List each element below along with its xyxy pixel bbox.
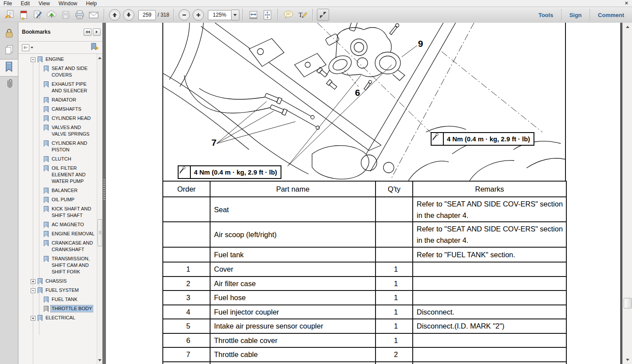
attachments-tab[interactable] [0, 77, 18, 93]
bookmark-item-engine-removal[interactable]: ENGINE REMOVAL [21, 229, 96, 238]
bookmark-item-kick-shaft[interactable]: KICK SHAFT AND SHIFT SHAFT [21, 204, 96, 220]
bookmarks-scrollbar-thumb[interactable] [98, 219, 102, 246]
document-scrollbar-thumb[interactable] [624, 298, 632, 308]
close-icon[interactable]: ✕ [625, 0, 628, 7]
bookmark-item-oil-filter[interactable]: OIL FILTER ELEMENT AND WATER PUMP [21, 164, 96, 186]
save-floppy-icon [60, 10, 71, 20]
fit-page-button[interactable] [261, 8, 274, 21]
bookmark-item-seat-and-side-covers[interactable]: SEAT AND SIDE COVERS [21, 64, 96, 80]
bookmark-flag-icon [44, 240, 49, 246]
fullscreen-button[interactable] [317, 9, 329, 21]
bookmark-flag-icon [44, 66, 49, 72]
bookmark-flag-icon [44, 231, 49, 237]
tools-button[interactable]: Tools [530, 12, 561, 18]
bookmark-flag-icon [38, 315, 42, 321]
expand-plus-icon[interactable] [31, 279, 35, 284]
bookmark-item-ac-magneto[interactable]: AC MAGNETO [21, 220, 96, 229]
panel-splitter-handle[interactable] [102, 23, 106, 364]
menu-view[interactable]: View [34, 0, 54, 7]
fit-width-icon [248, 10, 259, 20]
sign-document-button[interactable] [31, 8, 44, 21]
col-header-order: Order [163, 181, 210, 197]
page-number-input[interactable] [138, 10, 156, 20]
previous-page-button[interactable] [108, 8, 121, 21]
bookmark-item-camshafts[interactable]: CAMSHAFTS [21, 105, 96, 114]
bookmark-flag-icon [38, 287, 42, 294]
menu-file[interactable]: File [0, 0, 16, 7]
toolbar-separator [104, 9, 105, 21]
document-scrollbar[interactable] [622, 23, 632, 364]
comment-button[interactable]: Comment [590, 12, 626, 18]
text-highlight-icon: T [297, 10, 308, 20]
fit-width-button[interactable] [247, 8, 260, 21]
fit-page-icon [262, 10, 273, 20]
wrench-icon [179, 166, 191, 178]
bookmark-item-valves[interactable]: VALVES AND VALVE SPRINGS [21, 123, 96, 139]
bookmark-icon [5, 62, 14, 74]
bookmark-item-radiator[interactable]: RADIATOR [21, 95, 96, 105]
bookmarks-scrollbar[interactable] [97, 54, 102, 364]
collapse-minus-icon[interactable] [31, 57, 35, 62]
scroll-down-icon[interactable] [97, 357, 102, 363]
bookmark-item-cylinder-piston[interactable]: CYLINDER AND PISTON [21, 139, 96, 154]
zoom-out-button[interactable] [178, 8, 191, 21]
bookmark-item-fuel-system[interactable]: FUEL SYSTEM [21, 286, 96, 295]
scroll-up-icon[interactable] [623, 23, 632, 31]
save-button[interactable] [59, 8, 72, 21]
bookmark-item-chassis[interactable]: CHASSIS [21, 276, 96, 286]
next-page-button[interactable] [122, 8, 135, 21]
scroll-down-icon[interactable] [623, 356, 632, 364]
paperclip-icon [4, 78, 14, 91]
menu-edit[interactable]: Edit [16, 0, 34, 7]
bookmark-item-throttle-body[interactable]: THROTTLE BODY [21, 304, 96, 313]
bookmark-item-electrical[interactable]: ELECTRICAL [21, 313, 96, 322]
menu-help[interactable]: Help [82, 0, 102, 7]
collapse-panel-button[interactable] [84, 28, 91, 36]
expand-panel-button[interactable] [93, 28, 101, 36]
highlight-text-button[interactable]: T [296, 8, 309, 21]
zoom-in-button[interactable] [192, 8, 205, 21]
bookmark-item-exhaust-pipe[interactable]: EXHAUST PIPE AND SILENCER [21, 80, 96, 95]
double-left-arrow-icon [88, 31, 90, 33]
page-thumbnails-tab[interactable] [0, 42, 18, 59]
col-header-remarks: Remarks [413, 181, 566, 197]
toolbar: / 318 125% T Tools Sign Comment [0, 7, 632, 23]
collapse-minus-icon[interactable] [31, 288, 35, 293]
open-file-button[interactable] [3, 8, 16, 21]
print-button[interactable] [73, 8, 86, 21]
bookmarks-tree: ENGINE SEAT AND SIDE COVERS EXHAUST PIPE… [18, 54, 102, 364]
zoom-dropdown-button[interactable] [232, 10, 239, 21]
bookmark-item-transmission[interactable]: TRANSMISSION, SHIFT CAM AND SHIFT FORK [21, 254, 96, 276]
scroll-up-icon[interactable] [97, 55, 102, 61]
cloud-upload-button[interactable] [45, 8, 58, 21]
diagonal-arrows-icon [319, 11, 327, 19]
main-area: Bookmarks 8= ENGINE SEAT AND SIDE COVERS… [0, 23, 632, 364]
page-total-label: / 318 [158, 12, 169, 18]
bookmark-options-button[interactable]: 8= [22, 44, 33, 51]
sign-button[interactable]: Sign [562, 12, 590, 18]
menu-window[interactable]: Window [54, 0, 82, 7]
bookmark-item-crankcase[interactable]: CRANKCASE AND CRANKSHAFT [21, 238, 96, 254]
comment-bubble-button[interactable] [282, 8, 295, 21]
bookmark-item-oil-pump[interactable]: OIL PUMP [21, 195, 96, 204]
bookmark-item-balancer[interactable]: BALANCER [21, 186, 96, 195]
bookmark-item-engine[interactable]: ENGINE [21, 55, 96, 64]
email-button[interactable] [87, 8, 100, 21]
bookmarks-panel-title: Bookmarks [22, 29, 82, 35]
bookmark-flag-icon [44, 297, 49, 303]
bookmark-item-clutch[interactable]: CLUTCH [21, 154, 96, 164]
table-row: 2 Air filter case 1 [163, 276, 566, 291]
zoom-level-value[interactable]: 125% [208, 10, 232, 20]
create-pdf-button[interactable] [17, 8, 30, 21]
bookmark-item-fuel-tank[interactable]: FUEL TANK [21, 295, 96, 304]
bookmark-item-cylinder-head[interactable]: CYLINDER HEAD [21, 114, 96, 123]
document-pane[interactable]: 7 6 9 4 Nm (0.4 m · kg, 2.9 ft · lb) 4 N… [106, 23, 620, 364]
bookmarks-panel-toolbar: 8= [18, 42, 102, 54]
bookmarks-tab[interactable] [0, 59, 18, 77]
new-bookmark-icon [91, 45, 99, 52]
bookmark-flag-icon [44, 222, 49, 228]
expand-plus-icon[interactable] [31, 316, 35, 321]
callout-6: 6 [355, 88, 360, 98]
security-tab[interactable] [0, 26, 18, 42]
new-bookmark-button[interactable] [91, 43, 99, 52]
